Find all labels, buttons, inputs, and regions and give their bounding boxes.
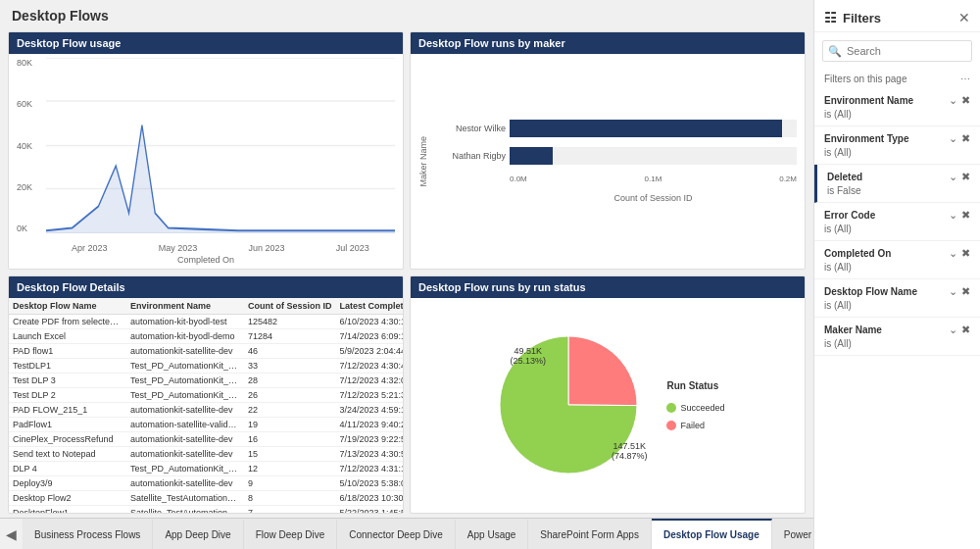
table-cell-col0: TestDLP1 (9, 359, 126, 374)
annotation-succeeded-value: 147.51K (612, 441, 648, 451)
filter-value: is (All) (824, 338, 970, 349)
filter-expand[interactable]: ⌄ (949, 209, 957, 222)
tab-flow-deep-dive[interactable]: Flow Deep Dive (244, 519, 338, 549)
legend-failed: Failed (666, 421, 705, 430)
table-body[interactable]: Desktop Flow Name Environment Name Count… (9, 298, 403, 513)
annotation-succeeded-pct: (74.87%) (612, 451, 648, 461)
table-header: Desktop Flow Details (9, 276, 403, 298)
filter-item-error-code[interactable]: Error Code ⌄ ✖ is (All) (814, 203, 980, 241)
table-cell-col1: automationkit-satellite-dev (126, 476, 244, 491)
tab-nav-left[interactable]: ◀ (0, 519, 23, 549)
tab-sharepoint-form-apps[interactable]: SharePoint Form Apps (528, 519, 652, 549)
maker-bar-2 (510, 147, 553, 165)
maker-chart-card: Desktop Flow runs by maker Maker Name Ne… (410, 31, 806, 270)
filter-icon: ☷ (824, 10, 837, 25)
maker-y-axis-label: Maker Name (418, 136, 428, 187)
maker-x-axis-label: Count of Session ID (510, 193, 797, 203)
usage-chart-body: 80K 60K 40K 20K 0K (9, 54, 403, 269)
x-axis-labels: Apr 2023 May 2023 Jun 2023 Jul 2023 (46, 243, 395, 253)
tab-app-deep-dive[interactable]: App Deep Dive (153, 519, 243, 549)
maker-label-1: Nestor Wilke (432, 124, 506, 133)
table-cell-col3: 7/14/2023 6:09:13 PM (336, 329, 404, 344)
bottom-tabs: ◀ Business Process Flows App Deep Dive F… (0, 518, 813, 549)
tab-connector-deep-dive[interactable]: Connector Deep Dive (337, 519, 456, 549)
filters-more-btn[interactable]: ⋯ (960, 74, 970, 84)
table-cell-col3: 3/24/2023 4:59:15 AM (336, 403, 404, 418)
filter-expand[interactable]: ⌄ (949, 94, 957, 107)
maker-bar-1 (510, 120, 782, 137)
filter-value: is (All) (824, 262, 970, 273)
filter-expand[interactable]: ⌄ (949, 324, 957, 336)
filter-item-environment-type[interactable]: Environment Type ⌄ ✖ is (All) (814, 126, 980, 165)
table-card: Desktop Flow Details Desktop Flow Name E… (8, 275, 404, 514)
table-cell-col2: 16 (244, 432, 336, 447)
tab-business-process-flows[interactable]: Business Process Flows (23, 519, 153, 549)
usage-chart-header: Desktop Flow usage (9, 32, 403, 54)
table-cell-col3: 7/19/2023 9:22:52 AM (336, 432, 404, 447)
table-cell-col0: CinePlex_ProcessRefund (9, 432, 126, 447)
run-status-header: Desktop Flow runs by run status (411, 276, 805, 298)
table-cell-col2: 12 (244, 462, 336, 476)
filter-controls: ⌄ ✖ (949, 285, 970, 298)
main-container: Desktop Flows Desktop Flow usage 80K 60K… (0, 0, 980, 549)
filter-expand[interactable]: ⌄ (949, 132, 957, 145)
table-cell-col3: 5/9/2023 2:04:44 PM (336, 344, 404, 359)
filter-clear[interactable]: ✖ (961, 247, 970, 260)
table-row: Test DLP 2Test_PD_AutomationKit_Satellit… (9, 388, 403, 403)
filter-expand[interactable]: ⌄ (949, 285, 957, 298)
maker-x-labels: 0.0M 0.1M 0.2M (510, 175, 797, 183)
filter-clear[interactable]: ✖ (961, 94, 970, 107)
search-input[interactable] (822, 40, 972, 62)
x-label-jul: Jul 2023 (336, 243, 369, 253)
run-status-card: Desktop Flow runs by run status (410, 275, 806, 514)
filter-name: Environment Name (824, 95, 913, 106)
tab-desktop-flow-usage[interactable]: Desktop Flow Usage (652, 519, 772, 549)
table-row: Launch Excelautomation-kit-byodl-demo712… (9, 329, 403, 344)
filter-item-deleted[interactable]: Deleted ⌄ ✖ is False (814, 165, 980, 203)
page-title: Desktop Flows (0, 0, 813, 27)
desktop-flow-table: Desktop Flow Name Environment Name Count… (9, 298, 403, 513)
filter-expand[interactable]: ⌄ (949, 247, 957, 260)
filter-items-container: Environment Name ⌄ ✖ is (All) Environmen… (814, 88, 980, 356)
table-cell-col2: 22 (244, 403, 336, 418)
table-cell-col2: 125482 (244, 315, 336, 329)
table-cell-col0: DesktopFlow1 (9, 506, 126, 514)
table-row: CinePlex_ProcessRefundautomationkit-sate… (9, 432, 403, 447)
table-cell-col3: 7/12/2023 5:21:34 AM (336, 388, 404, 403)
table-cell-col2: 26 (244, 388, 336, 403)
table-cell-col0: Launch Excel (9, 329, 126, 344)
filter-controls: ⌄ ✖ (949, 247, 970, 260)
table-cell-col0: Test DLP 3 (9, 374, 126, 388)
search-icon: 🔍 (828, 45, 842, 58)
table-cell-col0: Test DLP 2 (9, 388, 126, 403)
annotation-succeeded: 147.51K (74.87%) (612, 441, 648, 461)
table-cell-col1: Test_PD_AutomationKit_Satellite (126, 388, 244, 403)
chart-svg-container: 80K 60K 40K 20K 0K (17, 58, 395, 253)
table-cell-col1: Satellite_TestAutomationKIT (126, 491, 244, 506)
table-cell-col3: 7/12/2023 4:31:16 AM (336, 462, 404, 476)
x-label-may: May 2023 (159, 243, 198, 253)
filter-expand[interactable]: ⌄ (949, 171, 957, 183)
table-cell-col0: PAD FLOW_215_1 (9, 403, 126, 418)
filter-item-maker-name[interactable]: Maker Name ⌄ ✖ is (All) (814, 318, 980, 356)
maker-x-1: 0.1M (645, 175, 662, 183)
filter-value: is (All) (824, 300, 970, 311)
table-row: Test DLP 3Test_PD_AutomationKit_Satellit… (9, 374, 403, 388)
tab-app-usage[interactable]: App Usage (456, 519, 528, 549)
filter-value: is (All) (824, 147, 970, 158)
filter-clear[interactable]: ✖ (961, 285, 970, 298)
filter-item-completed-on[interactable]: Completed On ⌄ ✖ is (All) (814, 241, 980, 279)
filter-item-environment-name[interactable]: Environment Name ⌄ ✖ is (All) (814, 88, 980, 126)
filters-close-btn[interactable]: ✕ (958, 10, 970, 25)
chart-svg (46, 58, 395, 233)
filter-clear[interactable]: ✖ (961, 171, 970, 183)
table-cell-col0: Desktop Flow2 (9, 491, 126, 506)
filter-controls: ⌄ ✖ (949, 94, 970, 107)
table-cell-col3: 6/18/2023 10:30:24 AM (336, 491, 404, 506)
filter-item-desktop-flow-name[interactable]: Desktop Flow Name ⌄ ✖ is (All) (814, 279, 980, 318)
filters-header: ☷ Filters ✕ (814, 0, 980, 32)
filter-clear[interactable]: ✖ (961, 132, 970, 145)
tab-power-apps-adoption[interactable]: Power Apps Adoption (772, 519, 813, 549)
filter-clear[interactable]: ✖ (961, 209, 970, 222)
filter-clear[interactable]: ✖ (961, 324, 970, 336)
